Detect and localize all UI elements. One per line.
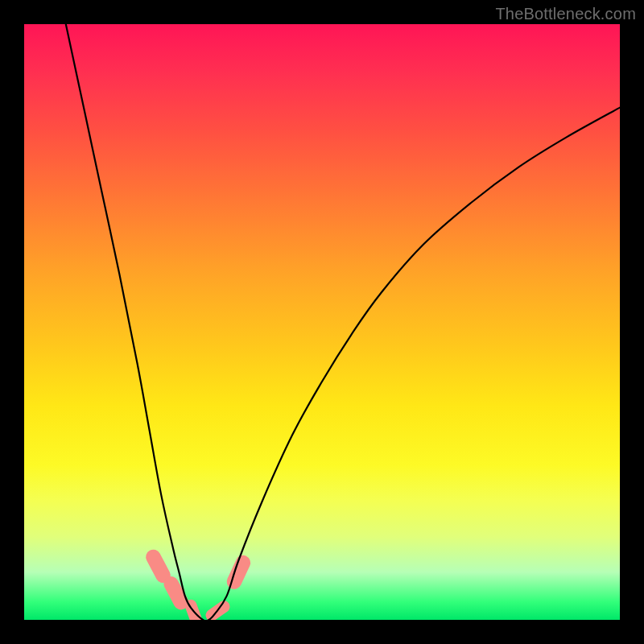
chart-svg [24, 24, 620, 620]
plot-area [24, 24, 620, 620]
markers-group [143, 547, 253, 620]
chart-frame: TheBottleneck.com [0, 0, 644, 644]
watermark-text: TheBottleneck.com [495, 5, 636, 23]
bottleneck-curve [66, 24, 620, 620]
